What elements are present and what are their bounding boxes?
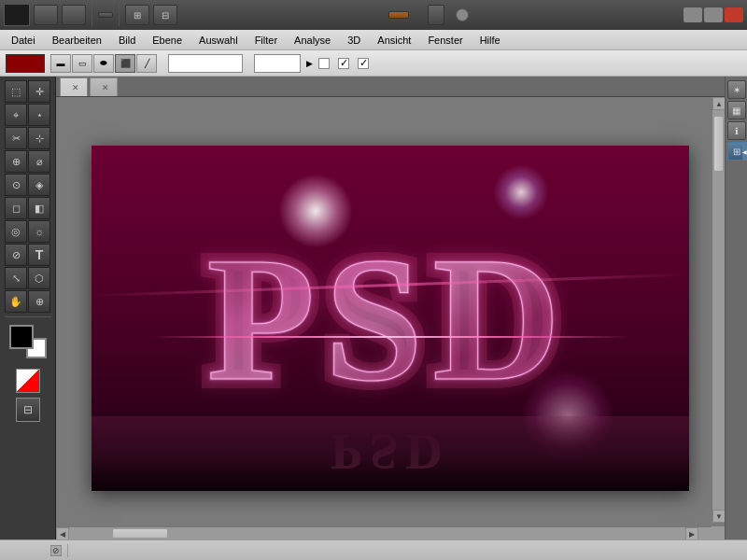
tab-glaseffekt[interactable]: ✕ (60, 77, 88, 96)
main-area: ⬚ ✛ ⌖ ⋆ ✂ ⊹ ⊕ ⌀ ⊙ ◈ ◻ ◧ ◎ ☼ ⊘ T (0, 77, 747, 539)
history-tool[interactable]: ◈ (28, 174, 50, 196)
deckkraft-input[interactable] (254, 54, 301, 73)
left-toolbar: ⬚ ✛ ⌖ ⋆ ✂ ⊹ ⊕ ⌀ ⊙ ◈ ◻ ◧ ◎ ☼ ⊘ T (0, 77, 56, 539)
tool-row-8: ⊘ T (5, 244, 50, 266)
umkehren-checkbox[interactable] (318, 58, 330, 69)
shape-line-btn[interactable]: ╱ (136, 54, 157, 73)
title-bar: ⊞ ⊟ (0, 0, 747, 30)
menu-bar: Datei Bearbeiten Bild Ebene Auswahl Filt… (0, 30, 747, 50)
zoom-display[interactable] (98, 12, 113, 18)
eraser-tool[interactable]: ◻ (5, 197, 27, 219)
menu-hilfe[interactable]: Hilfe (472, 33, 508, 48)
menu-3d[interactable]: 3D (340, 33, 368, 48)
reflection-svg: PSD (157, 430, 624, 486)
shape-rect-btn[interactable]: ▬ (50, 54, 71, 73)
pen-tool[interactable]: ⊘ (5, 244, 27, 266)
tab-glaseffekt-close[interactable]: ✕ (72, 83, 79, 92)
shape-rect2-btn[interactable]: ▭ (72, 54, 92, 73)
psd-canvas: PSD PSD PSD PSD (92, 146, 689, 491)
scroll-thumb-h[interactable] (112, 528, 168, 539)
menu-auswahl[interactable]: Auswahl (191, 33, 246, 48)
scroll-right-arrow[interactable]: ▶ (685, 527, 698, 539)
shape-ellipse-btn[interactable]: ⬬ (93, 54, 114, 73)
screen-mode-button[interactable]: ⊟ (16, 398, 40, 422)
shape-options: ▬ ▭ ⬬ ⬛ ╱ (50, 54, 157, 73)
options-bar: ▬ ▭ ⬬ ⬛ ╱ ▶ ✓ ✓ (0, 50, 747, 77)
tool-row-4: ⊕ ⌀ (5, 150, 50, 173)
magic-wand-tool[interactable]: ⋆ (28, 104, 50, 126)
zoom-status-icon[interactable]: ⊘ (50, 545, 62, 556)
arrange-button[interactable]: ⊟ (153, 5, 177, 25)
quick-mask-button[interactable] (16, 369, 40, 393)
cs-live-area[interactable] (456, 8, 472, 21)
blur-tool[interactable]: ◎ (5, 220, 27, 243)
layers-panel-btn[interactable]: ⊞ ◀ (727, 142, 746, 161)
tool-separator (5, 316, 51, 317)
menu-datei[interactable]: Datei (4, 33, 43, 48)
bridge-button[interactable] (34, 5, 58, 25)
title-divider2 (119, 4, 120, 26)
path-select-tool[interactable]: ⤡ (5, 267, 27, 289)
hand-tool[interactable]: ✋ (5, 290, 27, 313)
scroll-left-arrow[interactable]: ◀ (56, 527, 69, 539)
tool-row-2: ⌖ ⋆ (5, 104, 50, 126)
doc-area: ✕ ✕ (56, 77, 725, 539)
crop-tool[interactable]: ✂ (5, 127, 27, 149)
svg-text:PSD: PSD (331, 430, 450, 481)
svg-text:PSD: PSD (207, 221, 571, 417)
menu-fenster[interactable]: Fenster (420, 33, 470, 48)
transparenz-checkbox[interactable]: ✓ (358, 58, 369, 69)
scroll-up-arrow[interactable]: ▲ (712, 97, 725, 110)
histogram-panel-btn[interactable]: ▦ (727, 101, 746, 119)
extend-button[interactable] (428, 5, 444, 25)
shape-custom-btn[interactable]: ⬛ (115, 54, 135, 73)
workspace-button[interactable] (388, 11, 409, 19)
tool-row-9: ⤡ ⬡ (5, 267, 50, 289)
dodge-tool[interactable]: ☼ (28, 220, 50, 243)
canvas-area[interactable]: PSD PSD PSD PSD (56, 97, 725, 539)
horizontal-scrollbar[interactable]: ◀ ▶ (56, 526, 712, 539)
scroll-corner (712, 526, 725, 539)
move-tool[interactable]: ✛ (28, 80, 50, 103)
foreground-color[interactable] (9, 325, 34, 349)
maximize-button[interactable] (704, 7, 723, 22)
tab-bar: ✕ ✕ (56, 77, 725, 97)
gradient-tool[interactable]: ◧ (28, 197, 50, 219)
minimize-button[interactable] (684, 7, 702, 22)
scroll-thumb-v[interactable] (713, 116, 724, 172)
status-bar: ⊘ (0, 539, 747, 560)
eyedropper-tool[interactable]: ⊹ (28, 127, 50, 149)
tab-unbenannt-close[interactable]: ✕ (102, 83, 109, 92)
brush-tool[interactable]: ⌀ (28, 150, 50, 173)
tab-unbenannt[interactable]: ✕ (90, 77, 118, 96)
spot-heal-tool[interactable]: ⊕ (5, 150, 27, 173)
dither-checkbox[interactable]: ✓ (338, 58, 349, 69)
menu-ebene[interactable]: Ebene (145, 33, 190, 48)
modus-dropdown[interactable] (168, 54, 243, 73)
type-tool[interactable]: T (28, 244, 50, 266)
deckkraft-arrow[interactable]: ▶ (306, 59, 313, 68)
menu-analyse[interactable]: Analyse (287, 33, 338, 48)
zoom-tool[interactable]: ⊕ (28, 290, 50, 313)
tool-row-10: ✋ ⊕ (5, 290, 50, 313)
clone-tool[interactable]: ⊙ (5, 174, 27, 196)
transparenz-checkbox-area: ✓ (358, 58, 372, 69)
minibridge-button[interactable] (62, 5, 86, 25)
vertical-scrollbar[interactable]: ▲ ▼ (712, 97, 725, 523)
view-options-button[interactable]: ⊞ (125, 5, 149, 25)
shape-tool[interactable]: ⬡ (28, 267, 50, 289)
foreground-color-option[interactable] (6, 54, 45, 73)
right-panel: ✶ ▦ ℹ ⊞ ◀ (725, 77, 747, 539)
umkehren-checkbox-area (318, 58, 332, 69)
psd-text-svg: PSD PSD PSD PSD (101, 197, 680, 440)
menu-ansicht[interactable]: Ansicht (370, 33, 418, 48)
scroll-down-arrow[interactable]: ▼ (712, 510, 725, 523)
lasso-tool[interactable]: ⌖ (5, 104, 27, 126)
close-button[interactable] (725, 7, 743, 22)
menu-filter[interactable]: Filter (247, 33, 285, 48)
minibridge-panel-btn[interactable]: ✶ (727, 80, 746, 99)
menu-bild[interactable]: Bild (111, 33, 143, 48)
marquee-tool[interactable]: ⬚ (5, 80, 27, 103)
menu-bearbeiten[interactable]: Bearbeiten (45, 33, 109, 48)
info-panel-btn[interactable]: ℹ (727, 121, 746, 140)
